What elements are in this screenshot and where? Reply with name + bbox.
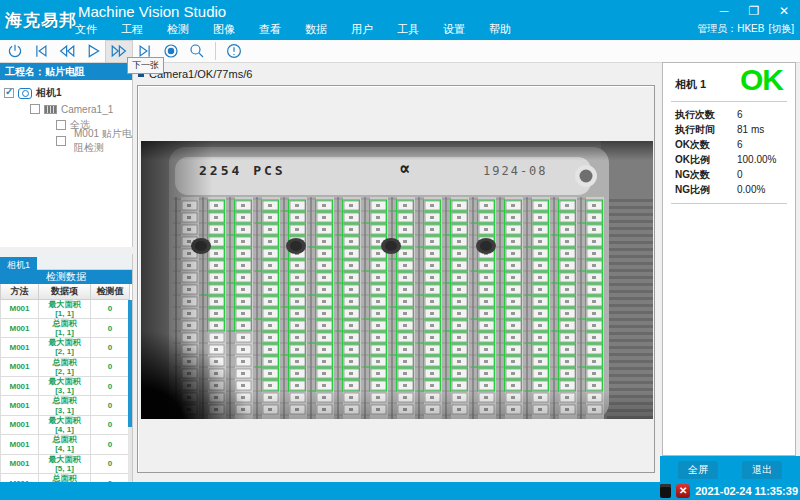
tree-checkbox[interactable] xyxy=(56,136,66,146)
machine-vision-studio-window: 海克易邦 Machine Vision Studio ─ ❐ ✕ 文件工程检测图… xyxy=(0,0,800,500)
stat-value: 0.00% xyxy=(737,184,765,195)
switch-user-link[interactable]: [切换] xyxy=(768,22,794,36)
menu-item[interactable]: 图像 xyxy=(213,22,235,37)
cell-method: M001 xyxy=(1,454,39,473)
column-header[interactable]: 数据项 xyxy=(39,284,91,299)
menu-item[interactable]: 检测 xyxy=(167,22,189,37)
stat-row: NG次数 0 xyxy=(675,167,787,182)
tray-stamp-pcs: 2254 PCS xyxy=(199,163,286,178)
tree-item[interactable]: Camera1_1 xyxy=(0,101,132,117)
column-header[interactable]: 方法 xyxy=(1,284,39,299)
error-status-icon[interactable]: ✕ xyxy=(676,484,690,498)
camera-icon xyxy=(18,88,32,99)
fullscreen-button[interactable]: 全屏 xyxy=(678,461,718,479)
menu-item[interactable]: 工具 xyxy=(397,22,419,37)
stat-label: NG次数 xyxy=(675,168,737,182)
exit-button[interactable]: 退出 xyxy=(742,461,782,479)
stat-value: 100.00% xyxy=(737,154,776,165)
cell-value: 0 xyxy=(91,454,130,473)
stat-value: 6 xyxy=(737,139,743,150)
menu-item[interactable]: 帮助 xyxy=(489,22,511,37)
menu-item[interactable]: 数据 xyxy=(305,22,327,37)
image-viewer: Camera1/OK/77ms/6 2254 PCS ∝ 1924-08 xyxy=(133,63,660,482)
cell-method: M001 xyxy=(1,318,39,337)
admin-area: 管理员：HKEB [切换] xyxy=(697,22,794,36)
cell-data-item: 总面积[2, 1] xyxy=(39,357,91,376)
stat-label: OK次数 xyxy=(675,138,737,152)
restore-button[interactable]: ❐ xyxy=(746,3,762,19)
cell-value: 0 xyxy=(91,396,130,415)
cell-value: 0 xyxy=(91,435,130,454)
power-icon[interactable] xyxy=(2,41,28,62)
table-row[interactable]: M001 最大面积[4, 1] 0 xyxy=(1,415,130,434)
tree-item-label: Camera1_1 xyxy=(61,104,113,115)
cell-data-item: 最大面积[4, 1] xyxy=(39,415,91,434)
stat-row: OK次数 6 xyxy=(675,137,787,152)
status-bar: ✕ 2021-02-24 11:35:39 xyxy=(0,482,800,500)
prev-continuous-icon[interactable] xyxy=(54,41,80,62)
tree-item[interactable]: M001 贴片电阻检测 xyxy=(0,133,132,149)
cell-value: 0 xyxy=(91,377,130,396)
zoom-icon[interactable] xyxy=(184,41,210,62)
divider xyxy=(671,101,787,102)
cell-value: 0 xyxy=(91,299,130,318)
cell-method: M001 xyxy=(1,396,39,415)
camera-image[interactable]: 2254 PCS ∝ 1924-08 xyxy=(141,141,653,419)
device-status-icon[interactable] xyxy=(660,484,671,498)
stat-row: OK比例 100.00% xyxy=(675,152,787,167)
table-row[interactable]: M001 总面积[4, 1] 0 xyxy=(1,435,130,454)
admin-label: 管理员：HKEB xyxy=(697,22,764,36)
stat-label: 执行时间 xyxy=(675,123,737,137)
barcode-icon xyxy=(44,105,57,114)
table-row[interactable]: M001 最大面积[5, 1] 0 xyxy=(1,454,130,473)
cell-data-item: 总面积[3, 1] xyxy=(39,396,91,415)
menu-item[interactable]: 查看 xyxy=(259,22,281,37)
minimize-button[interactable]: ─ xyxy=(716,3,732,19)
cell-method: M001 xyxy=(1,435,39,454)
image-result-label: Camera1/OK/77ms/6 xyxy=(149,68,252,80)
menu-item[interactable]: 工程 xyxy=(121,22,143,37)
cell-data-item: 总面积[4, 1] xyxy=(39,435,91,454)
table-row[interactable]: M001 最大面积[1, 1] 0 xyxy=(1,299,130,318)
detection-data-panel: 相机1 检测数据 方法数据项检测值 M001 最大面积[1, 1] 0 xyxy=(0,254,133,482)
cell-data-item: 总面积[1, 1] xyxy=(39,318,91,337)
cell-value: 0 xyxy=(91,338,130,357)
tree-checkbox[interactable] xyxy=(56,120,66,130)
column-header[interactable]: 检测值 xyxy=(91,284,130,299)
stat-label: 执行次数 xyxy=(675,108,737,122)
table-row[interactable]: M001 总面积[2, 1] 0 xyxy=(1,357,130,376)
table-vertical-scrollbar[interactable] xyxy=(128,300,132,482)
project-tree: 相机1 Camera1_1 全选 M001 贴片电阻检测 xyxy=(0,80,132,149)
table-row[interactable]: M001 最大面积[2, 1] 0 xyxy=(1,338,130,357)
close-button[interactable]: ✕ xyxy=(776,3,792,19)
statistics-panel: 相机 1 OK 执行次数 6 执行时间 81 ms OK次数 6 xyxy=(662,62,796,456)
menu-item[interactable]: 设置 xyxy=(443,22,465,37)
tray-stamp-lot: 1924-08 xyxy=(483,164,548,178)
run-once-icon[interactable] xyxy=(80,41,106,62)
scrollbar-thumb[interactable] xyxy=(128,300,132,427)
window-controls: ─ ❐ ✕ xyxy=(716,3,792,19)
menu-item[interactable]: 用户 xyxy=(351,22,373,37)
table-row[interactable]: M001 最大面积[3, 1] 0 xyxy=(1,377,130,396)
cell-method: M001 xyxy=(1,377,39,396)
tree-checkbox[interactable] xyxy=(4,88,14,98)
cell-method: M001 xyxy=(1,357,39,376)
result-status: OK xyxy=(740,63,783,97)
app-title: Machine Vision Studio xyxy=(78,3,226,20)
first-image-icon[interactable] xyxy=(28,41,54,62)
tree-item[interactable]: 相机1 xyxy=(0,85,132,101)
table-row[interactable]: M001 总面积[3, 1] 0 xyxy=(1,396,130,415)
project-panel: 工程名：贴片电阻 相机1 Camera1_1 全选 xyxy=(0,63,133,247)
menu-item[interactable]: 文件 xyxy=(75,22,97,37)
stat-row: 执行次数 6 xyxy=(675,107,787,122)
stat-label: OK比例 xyxy=(675,153,737,167)
tab-camera1[interactable]: 相机1 xyxy=(0,257,37,275)
cell-method: M001 xyxy=(1,338,39,357)
tray-logo-mark: ∝ xyxy=(399,157,410,179)
tree-checkbox[interactable] xyxy=(30,104,40,114)
cell-method: M001 xyxy=(1,473,39,482)
alarm-icon[interactable] xyxy=(221,41,247,62)
table-row[interactable]: M001 总面积[1, 1] 0 xyxy=(1,318,130,337)
table-row[interactable]: M001 总面积[5, 1] 0 xyxy=(1,473,130,482)
cell-value: 0 xyxy=(91,415,130,434)
